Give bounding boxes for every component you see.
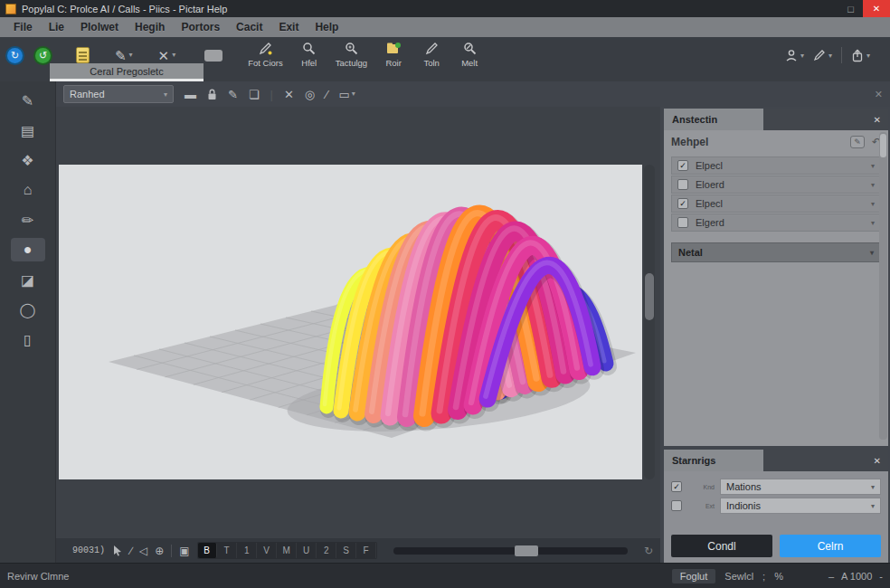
- menu-item[interactable]: Help: [307, 19, 346, 35]
- chevron-down-icon[interactable]: ▾: [871, 200, 875, 208]
- scrollbar-thumb[interactable]: [880, 134, 886, 157]
- display-toggle-button[interactable]: V: [258, 543, 277, 558]
- view-mode-dropdown[interactable]: Ranhed ▾: [63, 85, 174, 103]
- chevron-down-icon: ▾: [871, 483, 875, 491]
- inspector-tab[interactable]: Anstectin: [664, 109, 763, 130]
- settings-tab[interactable]: Starnrigs: [664, 450, 763, 471]
- inspector-row[interactable]: Elpecl ▾: [671, 156, 881, 175]
- chevron-down-icon[interactable]: ▾: [871, 219, 875, 227]
- menu-item[interactable]: Lie: [41, 19, 72, 35]
- delete-icon[interactable]: ✕: [284, 89, 294, 100]
- delete-tool-button[interactable]: ✕▾: [158, 49, 176, 62]
- document-tab[interactable]: Ceral Pregosletc: [50, 63, 204, 81]
- settings-dropdown[interactable]: Indionis ▾: [720, 498, 881, 514]
- user-menu-button[interactable]: ▾: [785, 49, 804, 62]
- share-icon: [851, 49, 864, 62]
- comment-icon[interactable]: [204, 50, 222, 62]
- menu-item[interactable]: Cacit: [228, 19, 270, 35]
- menu-item[interactable]: Hegih: [127, 19, 173, 35]
- right-panel: Anstectin ✕ Mehpel ✎ ↶ Elpecl ▾: [660, 107, 890, 563]
- display-toggle-button[interactable]: B: [198, 543, 217, 558]
- checkbox[interactable]: [677, 179, 688, 190]
- globe-icon[interactable]: ⊕: [155, 545, 164, 557]
- sync-blue-icon[interactable]: ↻: [7, 48, 23, 63]
- scrollbar-thumb[interactable]: [645, 273, 654, 320]
- status-mode-button[interactable]: Foglut: [672, 569, 716, 583]
- display-toggle-button[interactable]: F: [357, 543, 376, 558]
- toolbar-tool-button[interactable]: Tactulgg: [336, 41, 367, 68]
- brush-tool-button[interactable]: ✎▾: [115, 49, 133, 62]
- status-tool-label: Sewlcl: [724, 571, 753, 582]
- display-toggle-button[interactable]: U: [298, 543, 317, 558]
- model-canvas[interactable]: [59, 165, 642, 479]
- refresh-green-icon[interactable]: ↺: [35, 48, 51, 63]
- menu-item[interactable]: Portors: [173, 19, 228, 35]
- page-icon[interactable]: ▭▾: [338, 89, 355, 100]
- menu-item[interactable]: Exit: [270, 19, 307, 35]
- chevron-down-icon[interactable]: ▾: [871, 181, 875, 189]
- pen-icon[interactable]: ✎: [228, 89, 238, 100]
- new-document-icon[interactable]: [76, 47, 90, 63]
- sidebar-tool-button[interactable]: ▤: [11, 119, 45, 142]
- viewport-scrollbar[interactable]: [644, 165, 655, 479]
- close-settings-icon[interactable]: ✕: [866, 456, 888, 466]
- toolbar-tool-button[interactable]: Hfel: [298, 41, 321, 68]
- sidebar-tool-button[interactable]: ✎: [11, 89, 45, 112]
- sidebar-tool-button[interactable]: ✏: [11, 208, 45, 232]
- image-icon[interactable]: ▣: [179, 545, 189, 557]
- sidebar-tool-button[interactable]: ❖: [11, 148, 45, 172]
- slider-thumb[interactable]: [515, 545, 538, 556]
- material-dropdown[interactable]: Netal ▾: [671, 242, 881, 262]
- share-menu-button[interactable]: ▾: [851, 49, 870, 62]
- settings-panel-header: Starnrigs ✕: [664, 450, 888, 471]
- inspector-row[interactable]: Elgerd ▾: [671, 213, 881, 232]
- maximize-button[interactable]: □: [838, 4, 863, 14]
- display-toggle-button[interactable]: M: [278, 543, 297, 558]
- sidebar-tool-button[interactable]: ◪: [11, 268, 45, 291]
- toolbar-tool-button[interactable]: Fot Ciors: [248, 41, 283, 68]
- chevron-down-icon[interactable]: ▾: [871, 162, 875, 170]
- flag-icon[interactable]: ▬: [185, 89, 196, 100]
- display-toggle-button[interactable]: 2: [317, 543, 336, 558]
- timeline-slider[interactable]: [393, 547, 628, 555]
- status-separator: ;: [762, 571, 765, 582]
- close-toolbar-icon[interactable]: ✕: [875, 89, 883, 100]
- magnifier-zoom-icon: [345, 41, 358, 55]
- material-value: Netal: [678, 247, 703, 258]
- menu-item[interactable]: Plolwet: [72, 19, 127, 35]
- sidebar-tool-button[interactable]: ⌂: [11, 178, 45, 202]
- toolbar-tool-button[interactable]: Melt: [458, 41, 481, 68]
- checkbox[interactable]: [671, 481, 682, 492]
- display-toggle-button[interactable]: 1: [238, 543, 257, 558]
- menu-item[interactable]: File: [5, 19, 41, 35]
- lock-icon[interactable]: [207, 89, 217, 100]
- rotate-view-icon[interactable]: ↻: [644, 545, 653, 557]
- target-icon[interactable]: ◎: [305, 89, 315, 100]
- checkbox[interactable]: [677, 160, 688, 171]
- toolbar-tool-button[interactable]: Toln: [420, 41, 443, 68]
- panel-scrollbar[interactable]: [879, 132, 887, 440]
- stamp-icon[interactable]: ❏: [249, 89, 260, 100]
- sidebar-tool-button[interactable]: ▯: [11, 327, 45, 351]
- checkbox[interactable]: [677, 198, 688, 209]
- display-toggle-button[interactable]: S: [337, 543, 356, 558]
- confirm-button[interactable]: Celrn: [780, 535, 881, 557]
- toolbar-tool-button[interactable]: Roir: [382, 41, 405, 68]
- settings-dropdown[interactable]: Mations ▾: [720, 479, 881, 495]
- cursor-icon[interactable]: [112, 545, 123, 556]
- cancel-button[interactable]: Condl: [671, 535, 772, 557]
- checkbox[interactable]: [677, 217, 688, 228]
- line-tool-icon[interactable]: ∕: [326, 89, 327, 100]
- sidebar-tool-button[interactable]: ◯: [11, 298, 45, 321]
- display-toggle-button[interactable]: T: [218, 543, 237, 558]
- close-inspector-icon[interactable]: ✕: [866, 115, 888, 125]
- slash-tool-icon[interactable]: ∕: [130, 545, 132, 557]
- annotate-menu-button[interactable]: ▾: [813, 49, 832, 62]
- inspector-row[interactable]: Eloerd ▾: [671, 175, 881, 194]
- edit-icon[interactable]: ✎: [850, 136, 865, 148]
- sidebar-tool-button[interactable]: ●: [11, 238, 45, 261]
- inspector-row[interactable]: Elpecl ▾: [671, 194, 881, 213]
- triangle-tool-icon[interactable]: ◁: [139, 545, 147, 557]
- checkbox[interactable]: [671, 500, 682, 511]
- close-button[interactable]: ✕: [863, 0, 890, 17]
